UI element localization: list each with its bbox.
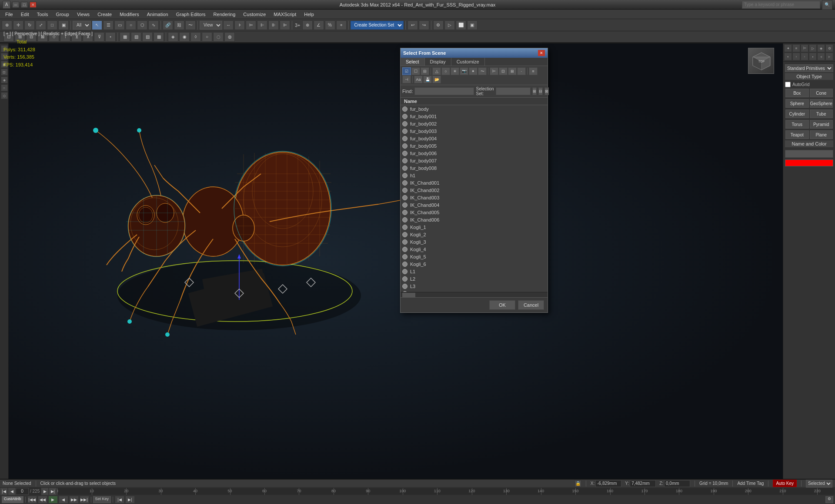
redo-btn[interactable]: ↪ (419, 20, 429, 30)
dialog-horizontal-scrollbar[interactable] (401, 292, 548, 297)
snap-toggle-btn[interactable]: ⊕ (302, 20, 313, 30)
angle-snap-btn[interactable]: ∠ (314, 20, 324, 30)
list-item[interactable]: h1 (401, 172, 548, 179)
circle-select-btn[interactable]: ○ (126, 20, 136, 30)
select-tool-btn[interactable]: ⊕ (2, 20, 12, 30)
menu-customize[interactable]: Customize (240, 10, 269, 19)
prev-frame-btn[interactable]: ◀◀ (38, 496, 47, 504)
rp-icon-motion[interactable]: ▷ (809, 44, 817, 52)
dt-light-btn[interactable]: ☀ (451, 67, 459, 75)
dt-bone-btn[interactable]: ⊢ (490, 67, 498, 75)
next-frame-btn[interactable]: ▶▶ (69, 496, 79, 504)
tl-prev-frame-btn[interactable]: ◀ (8, 487, 16, 495)
select-object-btn[interactable]: ↖ (92, 20, 102, 30)
play-btn[interactable]: ▶ (48, 496, 58, 504)
menu-edit[interactable]: Edit (17, 10, 33, 19)
list-item[interactable]: L3 (401, 282, 548, 290)
tl-next-frame-btn[interactable]: ▶ (41, 487, 49, 495)
tb2-hide-btn[interactable]: ▩ (154, 32, 164, 42)
dt-case-btn[interactable]: Aa (414, 76, 423, 83)
tb2-extra-4[interactable]: ○ (202, 32, 212, 42)
menu-graph-editors[interactable]: Graph Editors (173, 10, 209, 19)
y-value-input[interactable] (630, 480, 656, 487)
z-value-input[interactable] (664, 480, 690, 487)
list-item[interactable]: Kogli_4 (401, 245, 548, 253)
menu-tools[interactable]: Tools (33, 10, 52, 19)
menu-rendering[interactable]: Rendering (210, 10, 239, 19)
list-item[interactable]: fur_body005 (401, 142, 548, 149)
key-mode-select[interactable]: Selected (806, 480, 832, 487)
list-item[interactable]: Kogli_3 (401, 238, 548, 245)
tab-display[interactable]: Display (425, 58, 451, 66)
tb2-btn-10[interactable]: ⋆ (105, 32, 116, 42)
rp-icon-extra-1[interactable]: ▪ (784, 53, 792, 60)
mirror-btn[interactable]: ↔ (223, 20, 234, 30)
autokey-button[interactable]: Auto Key (773, 480, 797, 487)
dt-grid-btn[interactable]: ⊞ (508, 67, 517, 75)
rp-icon-extra-6[interactable]: ▹ (825, 53, 833, 60)
lt-btn-5[interactable]: ◈ (1, 76, 8, 83)
color-swatch[interactable] (785, 159, 833, 166)
bind-space-warp-btn[interactable]: 〜 (185, 20, 196, 30)
ok-button[interactable]: OK (489, 300, 515, 310)
list-item[interactable]: fur_body002 (401, 120, 548, 127)
timeline-track[interactable]: 0102030405060708090100110120130140150160… (57, 487, 835, 495)
find-case-btn[interactable]: ⊟ (538, 87, 543, 95)
rp-icon-display[interactable]: ◈ (817, 44, 825, 52)
dt-select-all-btn[interactable]: ☑ (402, 67, 411, 75)
rp-icon-hierarchy[interactable]: ⊢ (801, 44, 808, 52)
list-item[interactable]: L2 (401, 275, 548, 282)
search-input[interactable] (742, 1, 820, 9)
rp-icon-modify[interactable]: ≡ (792, 44, 800, 52)
dt-none-btn[interactable]: ☐ (411, 67, 420, 75)
tb2-filter-btn[interactable]: ▧ (131, 32, 141, 42)
filter-dropdown[interactable]: All (73, 21, 91, 30)
play-reverse-btn[interactable]: ◀ (59, 496, 68, 504)
render-frame-window-btn[interactable]: ▣ (467, 20, 478, 30)
move-tool-btn[interactable]: ✛ (13, 20, 23, 30)
teapot-btn[interactable]: Teapot (785, 130, 809, 139)
percent-snap-btn[interactable]: % (325, 20, 335, 30)
lock-selection-btn[interactable]: 🔒 (574, 480, 581, 487)
geosphere-btn[interactable]: GeoSphere (810, 99, 833, 108)
undo-btn[interactable]: ↩ (407, 20, 418, 30)
torus-btn[interactable]: Torus (785, 120, 809, 129)
list-item[interactable]: Kogli_1 (401, 223, 548, 231)
plane-btn[interactable]: Plane (810, 130, 833, 139)
menu-maxscript[interactable]: MAXScript (270, 10, 300, 19)
dt-invert-btn[interactable]: ⊟ (421, 67, 429, 75)
rotate-tool-btn[interactable]: ↻ (24, 20, 35, 30)
rp-icon-extra-3[interactable]: ◦ (801, 53, 808, 60)
lt-btn-6[interactable]: ○ (1, 84, 8, 91)
view-dropdown[interactable]: View (200, 21, 222, 30)
select-by-name-btn[interactable]: ☰ (103, 20, 114, 30)
tube-btn[interactable]: Tube (810, 109, 833, 118)
tb2-extra-1[interactable]: ◈ (168, 32, 178, 42)
list-item[interactable]: IK_Chand006 (401, 216, 548, 223)
dt-hier-btn[interactable]: ⊣ (402, 76, 411, 83)
frame-input[interactable] (16, 488, 29, 495)
menu-modifiers[interactable]: Modifiers (116, 10, 143, 19)
align-camera-btn[interactable]: ⊫ (280, 20, 290, 30)
rp-icon-utilities[interactable]: ⚙ (825, 44, 833, 52)
goto-start-btn[interactable]: |◀◀ (27, 496, 37, 504)
menu-animation[interactable]: Animation (144, 10, 172, 19)
maximize-button[interactable]: □ (21, 2, 28, 8)
find-options-btn[interactable]: ⊞ (532, 87, 537, 95)
spinner-snap-btn[interactable]: ⌖ (336, 20, 347, 30)
list-item[interactable]: Kogli_6 (401, 260, 548, 268)
standard-primitives-select[interactable]: Standard Primitives (785, 64, 833, 72)
cone-btn[interactable]: Cone (810, 89, 833, 97)
tb2-btn-9[interactable]: ⊽ (94, 32, 104, 42)
tb2-extra-6[interactable]: ◍ (224, 32, 235, 42)
menu-create[interactable]: Create (94, 10, 115, 19)
window-crossing-btn[interactable]: ▣ (58, 20, 69, 30)
list-item[interactable]: fur_body007 (401, 157, 548, 164)
list-item[interactable]: IK_Chand004 (401, 201, 548, 209)
tb2-extra-3[interactable]: ◊ (190, 32, 201, 42)
cylinder-btn[interactable]: Cylinder (785, 109, 809, 118)
lt-btn-4[interactable]: ⊡ (1, 69, 8, 76)
tb2-extra-2[interactable]: ◉ (179, 32, 190, 42)
material-editor-btn[interactable]: ⬜ (456, 20, 466, 30)
dt-save-btn[interactable]: 💾 (423, 76, 432, 83)
